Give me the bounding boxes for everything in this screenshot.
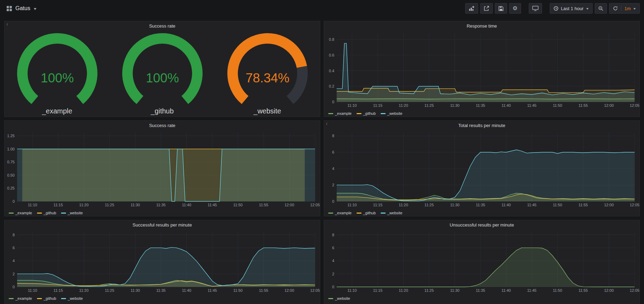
svg-text:11:35: 11:35 <box>476 203 485 207</box>
successful-results-chart[interactable]: 11:1011:1511:2011:2511:3011:3511:4011:45… <box>5 229 320 294</box>
chevron-down-icon <box>586 8 589 10</box>
svg-text:11:45: 11:45 <box>208 288 217 292</box>
svg-text:11:35: 11:35 <box>476 103 485 107</box>
gear-icon: ⚙ <box>513 6 518 11</box>
legend-item-github[interactable]: _github <box>37 296 56 301</box>
svg-text:12:00: 12:00 <box>604 288 614 292</box>
svg-text:12:05: 12:05 <box>630 203 639 207</box>
gauge-example[interactable]: 100% _example <box>5 32 110 115</box>
time-range-button[interactable]: Last 1 hour <box>550 3 593 14</box>
panel-title[interactable]: Unsuccessful results per minute <box>324 220 639 229</box>
svg-text:11:30: 11:30 <box>131 203 140 207</box>
legend-label: _github <box>363 211 376 215</box>
panel-title[interactable]: Response time <box>324 21 639 30</box>
zoom-out-button[interactable] <box>595 3 607 14</box>
svg-text:11:20: 11:20 <box>399 288 408 292</box>
svg-text:0.4: 0.4 <box>329 69 334 73</box>
panel-total-results: i Total results per minute 11:1011:1511:… <box>324 120 640 216</box>
svg-text:4: 4 <box>332 259 334 263</box>
panel-title[interactable]: Total results per minute <box>324 121 639 130</box>
svg-text:11:30: 11:30 <box>131 288 140 292</box>
svg-text:11:40: 11:40 <box>182 203 191 207</box>
cycle-view-button[interactable] <box>529 3 542 14</box>
gauge-label: _website <box>254 107 281 115</box>
panel-title[interactable]: Success rate <box>5 21 320 30</box>
svg-text:0: 0 <box>332 285 334 289</box>
svg-text:11:45: 11:45 <box>527 103 537 107</box>
legend-label: _example <box>335 111 352 116</box>
svg-text:0.25: 0.25 <box>7 186 15 190</box>
chevron-down-icon[interactable] <box>34 8 37 10</box>
svg-text:12:05: 12:05 <box>630 103 639 107</box>
unsuccessful-results-chart[interactable]: 11:1011:1511:2011:2511:3011:3511:4011:45… <box>324 229 639 294</box>
legend-item-github[interactable]: _github <box>357 211 376 215</box>
svg-text:8: 8 <box>13 233 15 237</box>
success-rate-chart[interactable]: 11:1011:1511:2011:2511:3011:3511:4011:45… <box>5 130 320 208</box>
dashboard-title[interactable]: Gatus <box>15 5 30 12</box>
svg-text:4: 4 <box>332 166 334 171</box>
legend-item-example[interactable]: _example <box>328 111 352 116</box>
legend: _example_github_website <box>5 210 320 216</box>
svg-text:11:45: 11:45 <box>527 203 537 207</box>
svg-text:11:45: 11:45 <box>527 288 537 292</box>
legend-swatch-icon <box>357 113 361 114</box>
legend-item-website[interactable]: _website <box>328 296 350 301</box>
svg-text:11:25: 11:25 <box>424 288 434 292</box>
legend: _example_github_website <box>324 210 639 216</box>
legend-label: _website <box>68 211 83 215</box>
legend-item-website[interactable]: _website <box>381 111 402 116</box>
svg-text:78.34%: 78.34% <box>246 71 290 85</box>
svg-text:1.00: 1.00 <box>7 147 15 151</box>
svg-text:11:40: 11:40 <box>502 203 511 207</box>
time-range-label: Last 1 hour <box>561 6 584 11</box>
svg-text:11:55: 11:55 <box>579 288 588 292</box>
gauge-github[interactable]: 100% _github <box>110 32 215 115</box>
svg-text:6: 6 <box>13 246 15 250</box>
svg-text:11:10: 11:10 <box>28 288 37 292</box>
svg-text:12:00: 12:00 <box>285 203 294 207</box>
svg-text:11:20: 11:20 <box>399 103 408 107</box>
settings-button[interactable]: ⚙ <box>509 3 521 14</box>
gauge-label: _example <box>42 107 72 115</box>
legend-item-example[interactable]: _example <box>9 211 32 215</box>
total-results-chart[interactable]: 11:1011:1511:2011:2511:3011:3511:4011:45… <box>324 130 639 208</box>
share-button[interactable] <box>480 3 493 14</box>
legend-item-github[interactable]: _github <box>357 111 376 116</box>
legend-item-example[interactable]: _example <box>328 211 352 215</box>
info-icon[interactable]: i <box>324 121 332 127</box>
save-button[interactable] <box>495 3 507 14</box>
panel-title[interactable]: Successful results per minute <box>5 220 320 229</box>
navbar-right: ⚙ Last 1 hour 1m <box>465 3 640 14</box>
svg-text:11:30: 11:30 <box>450 103 460 107</box>
svg-text:0: 0 <box>332 199 334 203</box>
legend-item-website[interactable]: _website <box>381 211 402 215</box>
chevron-down-icon <box>633 8 636 10</box>
gauge-website[interactable]: 78.34% _website <box>215 32 320 115</box>
refresh-button[interactable]: 1m <box>609 3 640 14</box>
legend-label: _website <box>335 296 350 301</box>
add-panel-button[interactable] <box>465 3 478 14</box>
legend-item-website[interactable]: _website <box>61 211 83 215</box>
svg-text:11:25: 11:25 <box>105 203 114 207</box>
legend-swatch-icon <box>328 298 333 299</box>
svg-text:11:25: 11:25 <box>424 103 434 107</box>
save-icon <box>498 6 504 11</box>
legend-label: _website <box>387 211 402 215</box>
legend-swatch-icon <box>37 213 42 214</box>
response-time-chart[interactable]: 11:1011:1511:2011:2511:3011:3511:4011:45… <box>324 30 639 109</box>
svg-text:11:55: 11:55 <box>579 103 588 107</box>
gauge-row: 100% _example 100% _github 78.34% _websi… <box>5 30 320 115</box>
legend-swatch-icon <box>37 298 42 299</box>
svg-text:11:30: 11:30 <box>450 203 460 207</box>
legend-label: _example <box>15 296 32 301</box>
svg-text:0: 0 <box>332 100 334 104</box>
svg-text:100%: 100% <box>41 71 74 85</box>
legend-item-example[interactable]: _example <box>9 296 32 301</box>
legend-item-website[interactable]: _website <box>61 296 83 301</box>
svg-text:11:55: 11:55 <box>259 203 269 207</box>
info-icon[interactable]: i <box>5 21 13 28</box>
panel-title[interactable]: Success rate <box>5 121 320 130</box>
svg-text:11:50: 11:50 <box>553 203 562 207</box>
dashboard-grid-icon[interactable] <box>6 6 12 12</box>
legend-item-github[interactable]: _github <box>37 211 56 215</box>
